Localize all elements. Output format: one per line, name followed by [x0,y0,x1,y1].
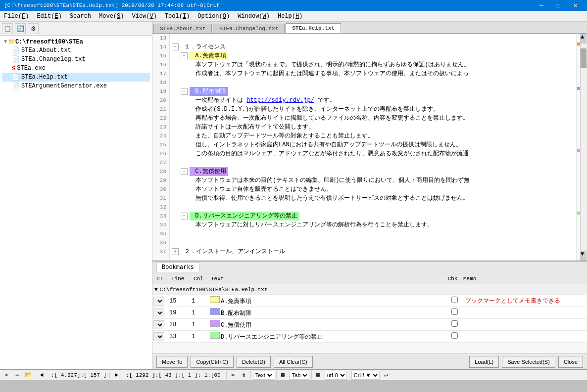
menu-file[interactable]: File(F) [0,12,33,21]
code-line-29: 本ソフトウェアは本来の目的(テキストの編集、印刷)に使う限りにおいて、個人・商用… [170,176,576,185]
bm-select-3[interactable]: 4 [153,320,164,329]
menu-option[interactable]: Option(O) [194,12,234,21]
menu-window[interactable]: Window(W) [234,12,274,21]
menu-tool[interactable]: Tool(I) [161,12,194,21]
tab-help[interactable]: STEa.Help.txt [286,23,341,33]
all-clear-button[interactable]: All Clear(C) [274,356,313,368]
menu-help[interactable]: Help(H) [274,12,306,21]
line-num-26: 26 [152,149,169,158]
status-right-icon[interactable]: ► [112,371,121,380]
status-x-icon[interactable]: ✕ [2,371,11,380]
menu-search[interactable]: Search [66,12,95,21]
editor-content[interactable]: 13 14 15 16 17 18 19 20 21 22 23 24 25 2… [152,34,587,261]
fold-33[interactable]: － [181,213,188,219]
bm-checkbox-2[interactable] [451,308,458,315]
bm-file-path: C:\freesoft100\STEa\STEa.Help.txt [160,287,268,293]
bookmarks-tab[interactable]: Bookmarks [156,262,199,272]
status-pencil-icon[interactable]: ✏ [13,371,22,380]
line-num-34: 34 [152,220,169,229]
line-37-text: ２．インストール、アンインストール [181,247,285,256]
status-arr2-icon[interactable]: ⇅ [240,371,248,380]
close-bookmarks-button[interactable]: Close [558,356,583,368]
bm-row-2: 3 19 1 B.配布制限 [152,307,587,319]
tree-item-changelog[interactable]: 📄 STEa.Changelog.txt [2,55,150,64]
tree-item-arggen[interactable]: 📄 STEArgumentGenerator.exe [2,82,150,90]
line-num-33: 33 [152,212,169,220]
bm-select-1[interactable]: 1 [153,297,164,305]
fold-28[interactable]: － [181,168,188,175]
line-num-28: 28 [152,167,169,176]
tree-label-about: STEa.About.txt [21,47,71,54]
code-line-22: 再配布する場合、一次配布サイトに掲載しているファイルの名称、内容を変更することを… [170,114,576,123]
save-selected-button[interactable]: Save Selected(S) [502,356,555,368]
menu-edit[interactable]: Edit(E) [33,12,65,21]
line-num-37: 37 [152,247,169,256]
move-to-button[interactable]: Move To [156,356,188,368]
status-left-icon[interactable]: ◄ [37,371,46,380]
encoding-select[interactable]: utf-8 [325,371,347,380]
right-indicator [576,34,580,261]
delete-button[interactable]: Delete(D) [237,356,271,368]
tab-bar: STEa.About.txt STEa.Changelog.txt STEa.H… [152,22,587,34]
status-div-5 [311,371,312,379]
vscroll-thumb[interactable] [581,48,587,68]
line-33-text: D.リバースエンジニアリング等の禁止 [190,212,299,220]
code-line-27 [170,158,576,167]
refresh-button[interactable]: 🔄 [15,23,26,34]
code-line-19: － B.配布制限 [170,87,576,96]
bm-chk-4 [446,332,463,341]
line-22-text: 再配布する場合、一次配布サイトに掲載しているファイルの名称、内容を変更することを… [196,114,469,123]
vscroll-up[interactable]: ▲ [581,34,587,44]
status-last-icon[interactable]: ↵ [382,371,391,380]
bm-select-2[interactable]: 3 [153,308,164,317]
status-folder-icon[interactable]: 📂 [24,371,33,380]
status-arr1-icon[interactable]: ⇔ [229,371,238,380]
menu-view[interactable]: View(V) [128,12,160,21]
tab-select[interactable]: Tab [290,371,309,380]
tab-about[interactable]: STEa.About.txt [153,24,212,33]
tree-item-help[interactable]: 📄 STEa.Help.txt [2,73,150,82]
newline-select[interactable]: CrLf ▼ [351,371,380,380]
bm-num-2: 3 [152,308,167,317]
load-button[interactable]: Load(L) [469,356,499,368]
mode-select[interactable]: Text [253,371,274,380]
fold-37[interactable]: ＋ [172,248,179,255]
code-line-30: 本ソフトウェア自体を販売することはできません。 [170,185,576,194]
tree-item-about[interactable]: 📄 STEa.About.txt [2,46,150,55]
right-panel: STEa.About.txt STEa.Changelog.txt STEa.H… [152,22,587,369]
bm-line-1: 15 [167,298,190,305]
line-18-text [181,78,184,87]
bm-checkbox-3[interactable] [451,320,458,327]
menu-move[interactable]: Move(S) [95,12,128,21]
fold-15[interactable]: － [181,52,188,59]
link-sdiy[interactable]: http://sdiy.rdv.jp/ [246,97,314,104]
vscroll-down[interactable]: ▼ [581,251,587,261]
line-num-36: 36 [152,238,169,247]
bm-swatch-1 [210,296,220,303]
code-area: 13 14 15 16 17 18 19 20 21 22 23 24 25 2… [152,34,587,261]
bm-file-expand[interactable]: ▼ [154,287,158,293]
minimize-button[interactable]: ─ [534,0,549,10]
bm-checkbox-4[interactable] [451,332,458,339]
bm-chk-1 [446,297,463,305]
tab-changelog[interactable]: STEa.Changelog.txt [213,24,285,33]
code-line-28: － C.無償使用 [170,167,576,176]
titlebar-controls: ─ □ ✕ [534,0,583,10]
maximize-button[interactable]: □ [550,0,566,10]
fold-19[interactable]: － [181,88,188,95]
code-line-21: 作成者(S.D.I.Y.)が許諾したサイトを除き、インターネット上での再配布を禁… [170,105,576,114]
vertical-scrollbar[interactable]: ▲ ▼ [580,34,587,261]
copy-button[interactable]: Copy(Ctrl+C) [191,356,233,368]
clipboard-button[interactable]: 📋 [2,23,13,34]
settings-button[interactable]: ⚙ [28,23,39,34]
tree-item-exe[interactable]: S STEa.exe [2,64,150,73]
bm-checkbox-1[interactable] [451,297,458,303]
close-button[interactable]: ✕ [567,0,583,10]
bm-select-4[interactable]: 0 [153,332,164,341]
tree-label-changelog: STEa.Changelog.txt [21,56,86,63]
fold-14[interactable]: － [172,44,179,50]
tree-root-item[interactable]: ▼ 📁 C:\freesoft100\STEa [2,38,150,46]
line-23-text: 許諾サイトは一次配布サイトで公開します。 [196,123,314,131]
code-line-17: 作成者は、本ソフトウェアに起因または関連する事項、本ソフトウェアの使用、またはそ… [170,69,576,78]
tree-label-arggen: STEArgumentGenerator.exe [21,83,107,89]
